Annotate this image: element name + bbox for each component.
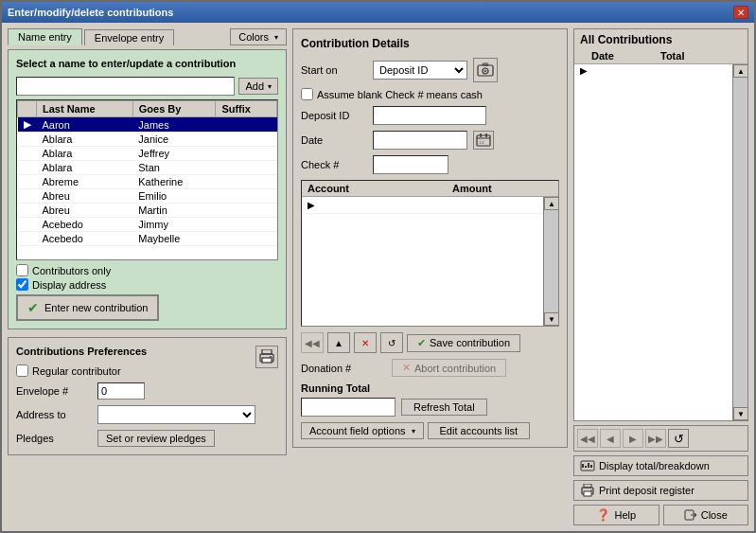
svg-rect-1 (262, 349, 272, 354)
contributors-only-checkbox[interactable] (16, 264, 28, 276)
title-bar: Enter/modify/delete contributions ✕ (2, 2, 754, 23)
calendar-icon: 1 2 (476, 133, 491, 147)
help-button[interactable]: ❓ Help (573, 505, 659, 525)
svg-point-24 (691, 514, 693, 516)
first-record-button[interactable]: ◀◀ (301, 332, 324, 353)
svg-point-21 (590, 489, 592, 491)
address-select[interactable]: Home Work (97, 405, 255, 424)
delete-record-button[interactable]: ✕ (354, 332, 377, 353)
account-row[interactable]: ▶ (302, 197, 543, 214)
table-row[interactable]: Acebedo Jimmy (18, 218, 277, 232)
check-input[interactable] (373, 155, 448, 174)
contrib-body[interactable]: ▶ (574, 64, 732, 420)
save-contribution-button[interactable]: ✔ Save contribution (407, 334, 520, 352)
regular-contributor-checkbox[interactable] (16, 364, 28, 377)
printer-icon-button[interactable] (255, 346, 278, 368)
options-chevron-icon: ▾ (412, 427, 415, 435)
contribution-details-title: Contribution Details (301, 37, 559, 50)
contribution-details-panel: Contribution Details Start on Deposit ID… (292, 28, 568, 448)
add-button[interactable]: Add ▾ (238, 78, 278, 95)
svg-rect-2 (262, 358, 272, 363)
name-panel-title: Select a name to enter/update a contribu… (16, 58, 278, 69)
running-total-input[interactable] (301, 398, 396, 417)
contrib-next-button[interactable]: ▶ (623, 429, 643, 448)
print-icon (580, 484, 595, 497)
search-row: Add ▾ (16, 77, 278, 96)
check-icon: ✔ (27, 300, 39, 315)
checkboxes-row: Contributors only Display address (16, 264, 278, 291)
left-panel: Name entry Envelope entry Colors ▾ Selec… (8, 28, 287, 525)
svg-rect-6 (483, 63, 488, 65)
address-row: Address to Home Work (16, 405, 255, 424)
contrib-scrollbar[interactable]: ▲ ▼ (732, 64, 747, 420)
name-search-input[interactable] (16, 77, 235, 96)
envelope-input[interactable] (97, 382, 145, 400)
enter-new-contribution-button[interactable]: ✔ Enter new contribution (16, 294, 159, 321)
right-bottom-row: ❓ Help Close (573, 505, 748, 525)
abort-x-icon: ✕ (402, 362, 411, 374)
table-row[interactable]: Ablara Stan (18, 161, 277, 175)
contrib-refresh-button[interactable]: ↺ (668, 429, 689, 448)
contrib-scroll-up[interactable]: ▲ (733, 64, 747, 78)
colors-button[interactable]: Colors ▾ (230, 28, 287, 45)
name-panel: Select a name to enter/update a contribu… (8, 49, 287, 329)
edit-accounts-list-button[interactable]: Edit accounts list (428, 422, 531, 439)
check-row: Check # (301, 155, 559, 174)
start-on-select[interactable]: Deposit ID Date Check # (373, 61, 467, 80)
right-panel: All Contributions Date Total ▶ (573, 28, 748, 525)
date-input[interactable] (373, 131, 467, 150)
display-address-checkbox[interactable] (16, 278, 28, 291)
table-row[interactable]: ▶ Aaron James (18, 117, 277, 133)
all-contributions-panel: All Contributions Date Total ▶ (573, 28, 748, 421)
date-row: Date 1 2 (301, 131, 559, 150)
close-button[interactable]: Close (663, 505, 749, 525)
deposit-id-input[interactable] (373, 106, 486, 125)
assume-check-row: Assume blank Check # means cash (301, 88, 559, 100)
account-table-body[interactable]: ▶ (302, 197, 543, 326)
camera-button[interactable] (473, 58, 498, 82)
name-table-container[interactable]: Last Name Goes By Suffix ▶ Aaron James (16, 99, 278, 260)
table-row[interactable]: Ablara Janice (18, 133, 277, 147)
account-scrollbar[interactable]: ▲ ▼ (543, 197, 558, 326)
start-on-row: Start on Deposit ID Date Check # (301, 58, 559, 82)
account-field-options-button[interactable]: Account field options ▾ (301, 422, 424, 439)
contrib-last-button[interactable]: ▶▶ (645, 429, 666, 448)
table-row[interactable]: Abreu Martin (18, 204, 277, 218)
prev-record-button[interactable]: ▲ (327, 332, 350, 353)
all-contributions-title: All Contributions (574, 29, 747, 48)
print-deposit-register-button[interactable]: Print deposit register (573, 480, 748, 501)
tab-name-entry[interactable]: Name entry (8, 28, 82, 45)
table-row[interactable]: Ablara Jeffrey (18, 147, 277, 161)
svg-text:1 2: 1 2 (479, 140, 484, 145)
svg-point-3 (270, 356, 272, 358)
scroll-up-arrow[interactable]: ▲ (544, 197, 558, 210)
refresh-total-button[interactable]: Refresh Total (401, 399, 487, 416)
chart-icon (580, 459, 595, 472)
table-row[interactable]: Abreu Emilio (18, 189, 277, 204)
contrib-first-button[interactable]: ◀◀ (577, 429, 598, 448)
contrib-row[interactable]: ▶ (574, 64, 732, 81)
set-review-pledges-button[interactable]: Set or review pledges (97, 430, 215, 447)
refresh-record-button[interactable]: ↺ (380, 332, 403, 353)
window-close-button[interactable]: ✕ (733, 6, 748, 19)
display-total-breakdown-button[interactable]: Display total/breakdown (573, 455, 748, 476)
contributors-only-checkbox-row[interactable]: Contributors only (16, 264, 278, 276)
scroll-down-arrow[interactable]: ▼ (544, 312, 558, 326)
account-table: Account Amount ▶ ▲ (301, 180, 559, 327)
contrib-scroll-down[interactable]: ▼ (733, 407, 747, 420)
tab-envelope-entry[interactable]: Envelope entry (84, 29, 174, 45)
contrib-scroll-track[interactable] (733, 78, 747, 407)
save-check-icon: ✔ (417, 337, 426, 349)
suffix-col-header: Suffix (216, 101, 277, 117)
scroll-track[interactable] (544, 210, 558, 312)
table-row[interactable]: Abreme Katherine (18, 175, 277, 189)
assume-check-checkbox[interactable] (301, 88, 313, 100)
table-row[interactable]: Acebedo Maybelle (18, 232, 277, 246)
chevron-down-icon: ▾ (274, 33, 278, 42)
abort-contribution-button[interactable]: ✕ Abort contribution (392, 359, 506, 377)
contrib-prev-button[interactable]: ◀ (600, 429, 621, 448)
regular-contributor-row[interactable]: Regular contributor (16, 364, 255, 377)
calendar-button[interactable]: 1 2 (473, 131, 494, 150)
display-address-checkbox-row[interactable]: Display address (16, 278, 278, 291)
right-toolbar: ◀◀ ◀ ▶ ▶▶ ↺ (573, 425, 748, 452)
